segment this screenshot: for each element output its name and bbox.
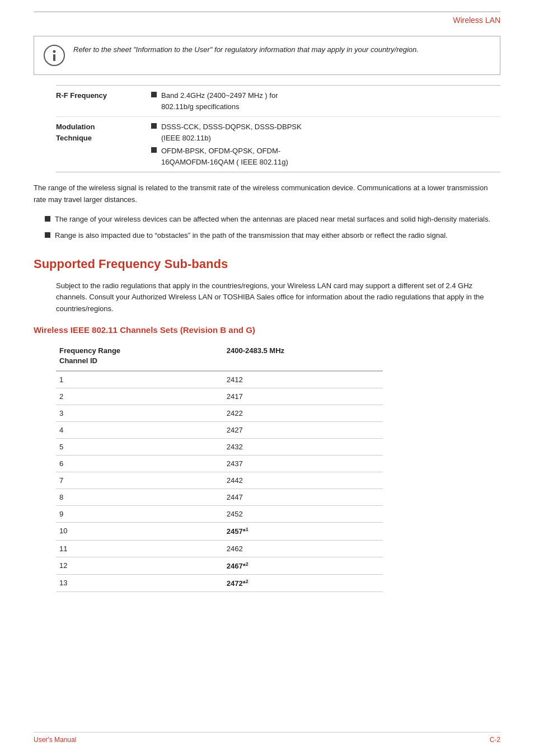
channel-freq: 2427 xyxy=(223,422,383,439)
channel-freq: 2432 xyxy=(223,439,383,456)
channel-id: 4 xyxy=(56,422,223,439)
channel-row: 12412 xyxy=(56,371,383,388)
channel-freq: 2442 xyxy=(223,472,383,489)
top-bar: Wireless LAN xyxy=(34,11,500,30)
col-channel-id: Frequency RangeChannel ID xyxy=(56,341,223,371)
channel-freq: 2437 xyxy=(223,456,383,472)
channel-freq: 2452 xyxy=(223,506,383,523)
channel-table-header: Frequency RangeChannel ID 2400-2483.5 MH… xyxy=(56,341,383,371)
channel-freq: 2422 xyxy=(223,405,383,422)
channel-row: 72442 xyxy=(56,472,383,489)
bullet-icon xyxy=(151,147,157,153)
channel-row: 112462 xyxy=(56,540,383,557)
info-text: Refer to the sheet "Information to the U… xyxy=(73,44,419,55)
channel-table-wrapper: Frequency RangeChannel ID 2400-2483.5 MH… xyxy=(34,341,500,592)
col-freq-range: 2400-2483.5 MHz xyxy=(223,341,383,371)
channel-row: 132472*2 xyxy=(56,575,383,592)
footer-left: User's Manual xyxy=(34,736,76,744)
section-intro: Subject to the radio regulations that ap… xyxy=(56,280,500,315)
specs-value-rf: Band 2.4GHz (2400~2497 MHz ) for802.11b/… xyxy=(146,86,500,117)
channel-row: 92452 xyxy=(56,506,383,523)
bullet-icon xyxy=(45,216,50,222)
channel-id: 10 xyxy=(56,523,223,540)
svg-rect-2 xyxy=(53,54,55,61)
info-box: Refer to the sheet "Information to the U… xyxy=(34,36,500,75)
page-title: Wireless LAN xyxy=(453,16,500,25)
channel-freq: 2472*2 xyxy=(223,575,383,592)
specs-label-rf: R-F Frequency xyxy=(56,86,146,117)
channel-row: 42427 xyxy=(56,422,383,439)
footer-right: C-2 xyxy=(490,736,500,744)
section-heading: Supported Frequency Sub-bands xyxy=(34,257,500,271)
channel-freq: 2467*2 xyxy=(223,557,383,574)
sub-heading: Wireless IEEE 802.11 Channels Sets (Revi… xyxy=(34,325,500,335)
channel-id: 11 xyxy=(56,540,223,557)
bullet-item-2: Range is also impacted due to “obstacles… xyxy=(45,230,500,241)
specs-row-modulation: ModulationTechnique DSSS-CCK, DSSS-DQPSK… xyxy=(56,117,500,172)
specs-section: R-F Frequency Band 2.4GHz (2400~2497 MHz… xyxy=(56,85,500,172)
channel-row: 32422 xyxy=(56,405,383,422)
channel-row: 62437 xyxy=(56,456,383,472)
section-intro-block: Subject to the radio regulations that ap… xyxy=(56,280,500,315)
channel-freq: 2457*1 xyxy=(223,523,383,540)
specs-label-modulation: ModulationTechnique xyxy=(56,117,146,172)
bullet-icon xyxy=(151,92,157,97)
range-text: The range of the wireless signal is rela… xyxy=(34,182,500,206)
channel-row: 22417 xyxy=(56,388,383,405)
info-icon xyxy=(43,44,65,67)
channel-freq: 2447 xyxy=(223,489,383,506)
channel-row: 52432 xyxy=(56,439,383,456)
specs-table: R-F Frequency Band 2.4GHz (2400~2497 MHz… xyxy=(56,85,500,172)
channel-id: 7 xyxy=(56,472,223,489)
channel-id: 5 xyxy=(56,439,223,456)
page: Wireless LAN Refer to the sheet "Informa… xyxy=(0,0,534,756)
channel-row: 122467*2 xyxy=(56,557,383,574)
channel-freq: 2462 xyxy=(223,540,383,557)
channel-id: 2 xyxy=(56,388,223,405)
channel-id: 8 xyxy=(56,489,223,506)
channel-id: 9 xyxy=(56,506,223,523)
svg-point-1 xyxy=(53,50,56,53)
channel-id: 12 xyxy=(56,557,223,574)
bullet-item-1: The range of your wireless devices can b… xyxy=(45,214,500,225)
specs-row-rf: R-F Frequency Band 2.4GHz (2400~2497 MHz… xyxy=(56,86,500,117)
footer: User's Manual C-2 xyxy=(34,732,500,744)
bullet-icon xyxy=(45,232,50,238)
channel-id: 6 xyxy=(56,456,223,472)
bullet-list: The range of your wireless devices can b… xyxy=(45,214,500,241)
bullet-icon xyxy=(151,123,157,129)
channel-row: 82447 xyxy=(56,489,383,506)
channel-id: 1 xyxy=(56,371,223,388)
channel-freq: 2412 xyxy=(223,371,383,388)
channel-id: 3 xyxy=(56,405,223,422)
channel-id: 13 xyxy=(56,575,223,592)
specs-value-modulation: DSSS-CCK, DSSS-DQPSK, DSSS-DBPSK(IEEE 80… xyxy=(146,117,500,172)
channel-row: 102457*1 xyxy=(56,523,383,540)
channel-freq: 2417 xyxy=(223,388,383,405)
channel-table: Frequency RangeChannel ID 2400-2483.5 MH… xyxy=(56,341,383,592)
